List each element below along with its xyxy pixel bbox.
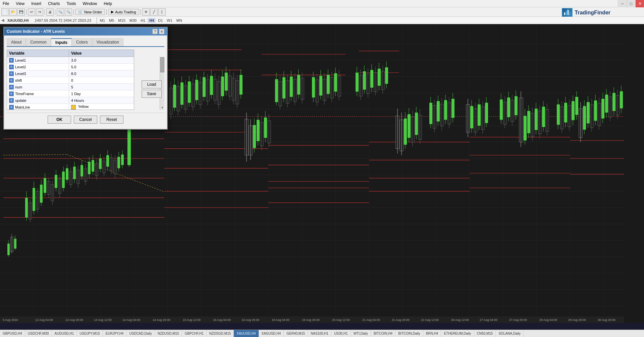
var-cell-mainline: B MainLine [7, 104, 69, 110]
var-cell-level3: B Level3 [7, 71, 69, 77]
var-name-update: update [15, 98, 26, 103]
var-cell-timeframe: B TimeFrame [7, 91, 69, 97]
var-name-level2: Level2 [15, 65, 26, 69]
row-icon-shift: B [9, 78, 14, 83]
custom-indicator-dialog: Custom Indicator - ATR Levels ? ✕ About … [3, 27, 168, 130]
dialog-title: Custom Indicator - ATR Levels [7, 29, 65, 34]
var-name-level1: Level1 [15, 58, 26, 62]
val-cell-level1: 3.0 [69, 58, 134, 63]
input-row-shift[interactable]: B shift 0 [7, 77, 134, 84]
val-cell-num: 5 [69, 84, 134, 90]
input-row-mainline[interactable]: B MainLine Yellow [7, 104, 134, 110]
input-row-update[interactable]: B update 4 Hours [7, 97, 134, 104]
var-name-timeframe: TimeFrame [15, 92, 34, 96]
var-name-num: num [15, 85, 22, 89]
scroll-down-arrow[interactable]: ▼ [160, 105, 164, 110]
tab-visualization[interactable]: Visualization [92, 38, 123, 46]
inputs-wrapper: Variable Value B Level1 3.0 [7, 50, 164, 110]
val-cell-level3: 8.0 [69, 71, 134, 76]
load-save-buttons: Load Save [142, 80, 162, 98]
var-cell-update: B update [7, 97, 69, 104]
var-name-shift: shift [15, 78, 22, 82]
row-icon-level3: B [9, 71, 14, 76]
scrollbar-thumb[interactable] [160, 57, 164, 72]
tab-inputs[interactable]: Inputs [51, 38, 72, 46]
dialog-overlay: Custom Indicator - ATR Levels ? ✕ About … [0, 0, 644, 337]
dialog-close-button[interactable]: ✕ [159, 29, 164, 34]
row-icon-level1: B [9, 58, 14, 63]
input-row-level3[interactable]: B Level3 8.0 [7, 70, 134, 77]
header-variable: Variable [7, 50, 69, 57]
dialog-controls: ? ✕ [152, 29, 164, 34]
save-button[interactable]: Save [142, 90, 162, 98]
dialog-body: About Common Inputs Colors Visualization… [4, 36, 167, 129]
val-cell-level2: 5.0 [69, 64, 134, 70]
row-icon-level2: B [9, 65, 14, 69]
cancel-button[interactable]: Cancel [74, 116, 97, 124]
var-name-level3: Level3 [15, 72, 26, 76]
mainline-color-name: Yellow [78, 105, 89, 109]
reset-button[interactable]: Reset [100, 116, 123, 124]
var-cell-num: B num [7, 84, 69, 90]
val-cell-timeframe: 1 Day [69, 91, 134, 96]
tab-common[interactable]: Common [26, 38, 51, 46]
dialog-titlebar: Custom Indicator - ATR Levels ? ✕ [4, 27, 167, 36]
dialog-tabs: About Common Inputs Colors Visualization [7, 38, 164, 47]
row-icon-timeframe: B [9, 91, 14, 96]
header-value: Value [69, 50, 129, 57]
dialog-help-button[interactable]: ? [152, 29, 158, 34]
val-cell-mainline: Yellow [69, 104, 134, 110]
dialog-footer: OK Cancel Reset [7, 113, 164, 126]
var-name-mainline: MainLine [15, 105, 30, 109]
row-icon-update: B [9, 98, 14, 103]
tab-about[interactable]: About [7, 38, 26, 46]
row-icon-num: B [9, 85, 14, 89]
scrollbar-space [129, 50, 134, 57]
ok-button[interactable]: OK [48, 116, 71, 124]
input-row-num[interactable]: B num 5 [7, 84, 134, 90]
load-button[interactable]: Load [142, 80, 162, 88]
val-cell-update: 4 Hours [69, 98, 134, 103]
val-cell-shift: 0 [69, 78, 134, 83]
input-row-level2[interactable]: B Level2 5.0 [7, 64, 134, 70]
input-row-level1[interactable]: B Level1 3.0 [7, 57, 134, 64]
var-cell-level2: B Level2 [7, 64, 69, 70]
row-icon-mainline: B [9, 105, 14, 110]
inputs-table-header: Variable Value [7, 50, 134, 57]
input-row-timeframe[interactable]: B TimeFrame 1 Day [7, 90, 134, 97]
mainline-color-swatch [71, 105, 76, 110]
var-cell-level1: B Level1 [7, 57, 69, 63]
var-cell-shift: B shift [7, 77, 69, 83]
tab-colors[interactable]: Colors [72, 38, 92, 46]
inputs-table[interactable]: Variable Value B Level1 3.0 [7, 50, 134, 110]
